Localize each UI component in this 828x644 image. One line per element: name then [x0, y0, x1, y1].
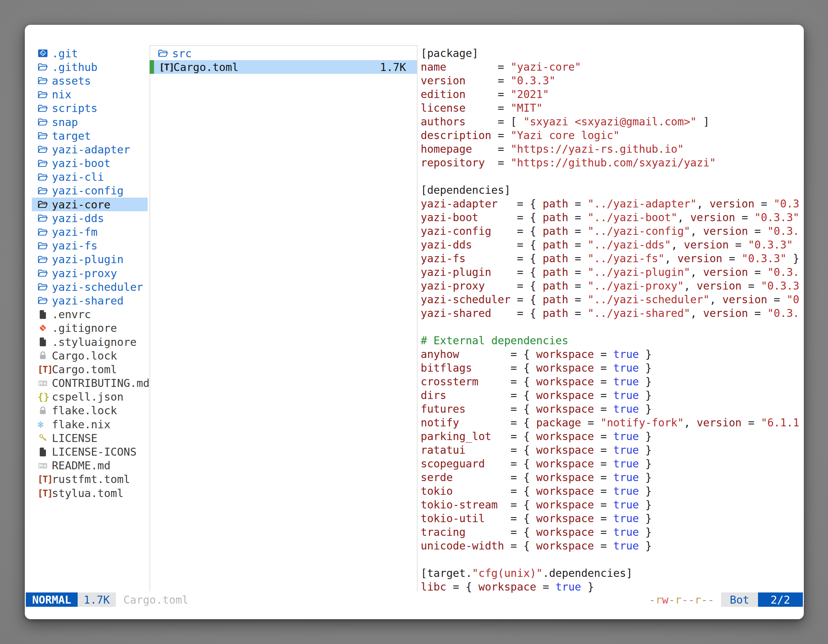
preview-line: yazi-plugin = { path = "../yazi-plugin",…: [421, 265, 801, 279]
dir-row[interactable]: assets: [32, 74, 147, 88]
selected-file-size: 1.7K: [78, 592, 116, 607]
entry-label: yazi-core: [52, 198, 110, 211]
dir-row[interactable]: .git: [32, 47, 147, 60]
entry-label: stylua.toml: [52, 487, 124, 500]
parent-directory-pane: .git.githubassetsnixscriptssnaptargetyaz…: [32, 47, 147, 500]
entry-label: yazi-fm: [52, 226, 97, 238]
file-row[interactable]: .styluaignore: [32, 335, 147, 349]
folder-icon: [158, 48, 171, 59]
preview-line: edition = "2021": [421, 88, 801, 101]
file-row[interactable]: [T]rustfmt.toml: [32, 473, 147, 486]
preview-line: yazi-adapter = { path = "../yazi-adapter…: [421, 197, 801, 211]
preview-line: repository = "https://github.com/sxyazi/…: [421, 156, 801, 169]
entry-label: CONTRIBUTING.md: [52, 377, 149, 389]
file-row[interactable]: ❄flake.nix: [32, 417, 147, 431]
key-icon: [38, 432, 50, 444]
entry-label: .envrc: [52, 308, 91, 321]
dir-row[interactable]: yazi-fm: [32, 225, 147, 239]
dir-row[interactable]: yazi-config: [32, 184, 147, 197]
dir-row[interactable]: scripts: [32, 102, 147, 115]
entry-label: README.md: [52, 459, 110, 472]
entry-label: Cargo.toml: [173, 61, 239, 74]
preview-line: yazi-config = { path = "../yazi-config",…: [421, 224, 801, 238]
entry-label: .gitignore: [52, 322, 117, 334]
preview-line: bitflags = { workspace = true }: [421, 361, 801, 375]
preview-line: unicode-width = { workspace = true }: [421, 539, 801, 553]
entry-label: flake.lock: [52, 404, 117, 417]
folder-icon: [38, 102, 50, 114]
document-icon: [38, 446, 50, 458]
preview-line: version = "0.3.3": [421, 74, 801, 88]
file-row[interactable]: LICENSE-ICONS: [32, 445, 147, 459]
current-directory-pane: src[T]Cargo.toml1.7K: [149, 47, 417, 74]
file-row[interactable]: .envrc: [32, 308, 147, 321]
status-bar: NORMAL 1.7K Cargo.toml -rw-r--r-- Bot 2/…: [26, 592, 803, 607]
dir-row[interactable]: yazi-core: [32, 197, 147, 211]
file-row[interactable]: {}cspell.json: [32, 390, 147, 404]
scroll-position-badge: Bot: [721, 592, 758, 607]
dir-row[interactable]: yazi-dds: [32, 211, 147, 225]
entry-label: yazi-cli: [52, 171, 104, 183]
snowflake-icon: ❄: [38, 419, 50, 430]
entry-label: yazi-config: [52, 184, 124, 197]
dir-row[interactable]: yazi-plugin: [32, 253, 147, 266]
dir-row[interactable]: .github: [32, 60, 147, 74]
preview-line: libc = { workspace = true }: [421, 580, 801, 594]
preview-line: yazi-proxy = { path = "../yazi-proxy", v…: [421, 279, 801, 293]
file-row[interactable]: .gitignore: [32, 321, 147, 335]
folder-icon: [38, 268, 50, 279]
preview-line: [target."cfg(unix)".dependencies]: [421, 566, 801, 580]
folder-icon: [38, 254, 50, 265]
toml-icon: [T]: [38, 487, 50, 499]
current-pane-top-border: [149, 45, 417, 46]
toml-icon: [T]: [159, 61, 172, 73]
dir-row[interactable]: yazi-scheduler: [32, 280, 147, 294]
entry-label: yazi-scheduler: [52, 280, 143, 293]
entry-label: yazi-adapter: [52, 143, 130, 156]
toml-icon: [T]: [38, 473, 50, 485]
file-row[interactable]: CONTRIBUTING.md: [32, 376, 147, 390]
dir-row[interactable]: nix: [32, 88, 147, 102]
preview-line: yazi-boot = { path = "../yazi-boot", ver…: [421, 211, 801, 224]
preview-line: [421, 169, 801, 183]
file-row[interactable]: [T]Cargo.toml: [32, 362, 147, 376]
file-row[interactable]: README.md: [32, 459, 147, 473]
dir-row[interactable]: yazi-shared: [32, 294, 147, 307]
preview-line: description = "Yazi core logic": [421, 128, 801, 142]
folder-icon: [38, 185, 50, 196]
folder-icon: [38, 213, 50, 224]
folder-icon: [38, 61, 50, 73]
entry-label: assets: [52, 74, 91, 87]
file-row[interactable]: [T]stylua.toml: [32, 486, 147, 500]
dir-row[interactable]: yazi-cli: [32, 170, 147, 184]
entry-label: LICENSE: [52, 432, 97, 445]
preview-line: [package]: [421, 47, 801, 60]
entry-label: .github: [52, 61, 97, 74]
entry-size: 1.7K: [380, 61, 406, 74]
dir-row[interactable]: target: [32, 129, 147, 143]
dir-row[interactable]: yazi-boot: [32, 157, 147, 170]
file-row[interactable]: LICENSE: [32, 431, 147, 445]
dir-row[interactable]: yazi-fs: [32, 239, 147, 253]
entry-label: .styluaignore: [52, 336, 136, 348]
entry-label: Cargo.lock: [52, 349, 117, 362]
entry-label: LICENSE-ICONS: [52, 445, 136, 458]
preview-line: homepage = "https://yazi-rs.github.io": [421, 142, 801, 156]
git-folder-icon: [38, 48, 50, 59]
preview-line: tokio-util = { workspace = true }: [421, 512, 801, 525]
entry-label: Cargo.toml: [52, 363, 117, 376]
folder-icon: [38, 116, 50, 128]
preview-line: # External dependencies: [421, 334, 801, 348]
file-row[interactable]: [T]Cargo.toml1.7K: [149, 60, 417, 74]
dir-row[interactable]: yazi-proxy: [32, 266, 147, 280]
preview-line: [dependencies]: [421, 183, 801, 197]
dir-row[interactable]: yazi-adapter: [32, 143, 147, 156]
yazi-window: .git.githubassetsnixscriptssnaptargetyaz…: [25, 25, 804, 619]
entry-label: yazi-fs: [52, 239, 97, 252]
document-icon: [38, 336, 50, 348]
dir-row[interactable]: src: [149, 47, 417, 60]
file-row[interactable]: flake.lock: [32, 404, 147, 417]
dir-row[interactable]: snap: [32, 115, 147, 129]
file-row[interactable]: Cargo.lock: [32, 349, 147, 362]
folder-icon: [38, 281, 50, 293]
